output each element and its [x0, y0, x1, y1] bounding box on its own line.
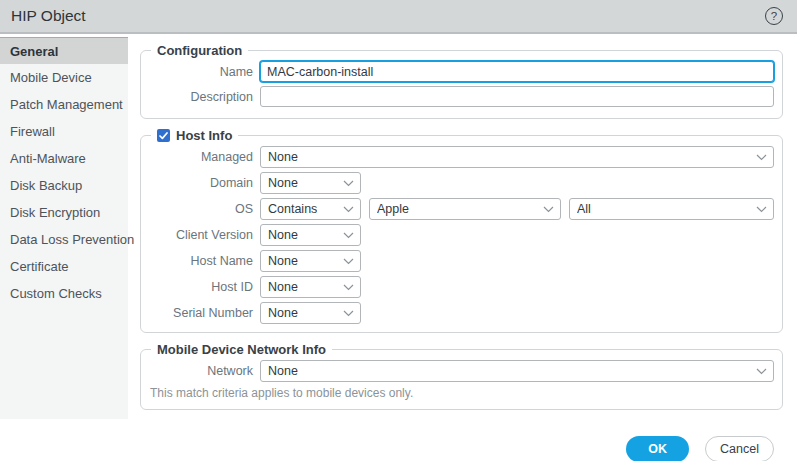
help-icon[interactable]: ? — [765, 7, 783, 25]
serial-number-select[interactable]: None — [260, 302, 361, 324]
host-info-section: Host Info Managed None Domain — [140, 128, 783, 333]
host-id-row: Host ID None — [149, 276, 774, 298]
chevron-down-icon — [343, 232, 354, 239]
configuration-legend-label: Configuration — [157, 43, 242, 58]
dialog-footer: OK Cancel — [0, 436, 797, 461]
ok-button[interactable]: OK — [626, 436, 689, 461]
sidebar-item-certificate[interactable]: Certificate — [0, 253, 128, 280]
mobile-device-note: This match criteria applies to mobile de… — [150, 386, 774, 400]
mobile-device-network-info-legend-label: Mobile Device Network Info — [157, 342, 326, 357]
os-match-select[interactable]: Contains — [260, 198, 361, 220]
host-name-row: Host Name None — [149, 250, 774, 272]
client-version-label: Client Version — [149, 228, 253, 242]
sidebar-item-patch-management[interactable]: Patch Management — [0, 91, 128, 118]
description-row: Description — [149, 86, 774, 107]
chevron-down-icon — [343, 180, 354, 187]
chevron-down-icon — [343, 284, 354, 291]
checkmark-icon — [159, 132, 168, 140]
dialog-body: General Mobile Device Patch Management F… — [0, 37, 797, 419]
client-version-row: Client Version None — [149, 224, 774, 246]
sidebar-item-data-loss-prevention[interactable]: Data Loss Prevention — [0, 226, 128, 253]
host-name-label: Host Name — [149, 254, 253, 268]
client-version-select[interactable]: None — [260, 224, 361, 246]
sidebar-item-anti-malware[interactable]: Anti-Malware — [0, 145, 128, 172]
network-row: Network None — [149, 360, 774, 382]
configuration-legend: Configuration — [151, 43, 248, 58]
host-id-select[interactable]: None — [260, 276, 361, 298]
name-label: Name — [149, 65, 253, 79]
domain-select[interactable]: None — [260, 172, 361, 194]
configuration-section: Configuration Name Description — [140, 43, 783, 119]
name-row: Name — [149, 61, 774, 82]
chevron-down-icon — [756, 368, 767, 375]
description-label: Description — [149, 90, 253, 104]
host-id-label: Host ID — [149, 280, 253, 294]
sidebar-item-general[interactable]: General — [0, 37, 128, 64]
managed-select[interactable]: None — [260, 146, 774, 168]
host-info-checkbox[interactable] — [157, 129, 170, 142]
host-info-legend: Host Info — [151, 128, 238, 143]
name-input[interactable] — [260, 61, 774, 82]
chevron-down-icon — [343, 310, 354, 317]
domain-row: Domain None — [149, 172, 774, 194]
dialog-titlebar: HIP Object ? — [0, 0, 797, 34]
os-version-select[interactable]: All — [569, 198, 774, 220]
chevron-down-icon — [343, 206, 354, 213]
description-input[interactable] — [260, 86, 774, 107]
chevron-down-icon — [343, 258, 354, 265]
os-label: OS — [149, 202, 253, 216]
domain-label: Domain — [149, 176, 253, 190]
managed-label: Managed — [149, 150, 253, 164]
dialog-title: HIP Object — [11, 7, 86, 25]
host-name-select[interactable]: None — [260, 250, 361, 272]
sidebar-item-custom-checks[interactable]: Custom Checks — [0, 280, 128, 307]
form-content: Configuration Name Description — [128, 37, 797, 419]
os-row: OS Contains Apple — [149, 198, 774, 220]
network-label: Network — [149, 364, 253, 378]
sidebar-item-mobile-device[interactable]: Mobile Device — [0, 64, 128, 91]
serial-number-label: Serial Number — [149, 306, 253, 320]
chevron-down-icon — [756, 154, 767, 161]
mobile-device-network-info-section: Mobile Device Network Info Network None … — [140, 342, 783, 410]
mobile-device-network-info-legend: Mobile Device Network Info — [151, 342, 332, 357]
os-vendor-select[interactable]: Apple — [369, 198, 561, 220]
sidebar-item-firewall[interactable]: Firewall — [0, 118, 128, 145]
serial-number-row: Serial Number None — [149, 302, 774, 324]
cancel-button[interactable]: Cancel — [705, 436, 774, 461]
sidebar-item-disk-encryption[interactable]: Disk Encryption — [0, 199, 128, 226]
chevron-down-icon — [756, 206, 767, 213]
sidebar: General Mobile Device Patch Management F… — [0, 37, 128, 419]
host-info-legend-label: Host Info — [176, 128, 232, 143]
network-select[interactable]: None — [260, 360, 774, 382]
sidebar-item-disk-backup[interactable]: Disk Backup — [0, 172, 128, 199]
managed-row: Managed None — [149, 146, 774, 168]
chevron-down-icon — [543, 206, 554, 213]
